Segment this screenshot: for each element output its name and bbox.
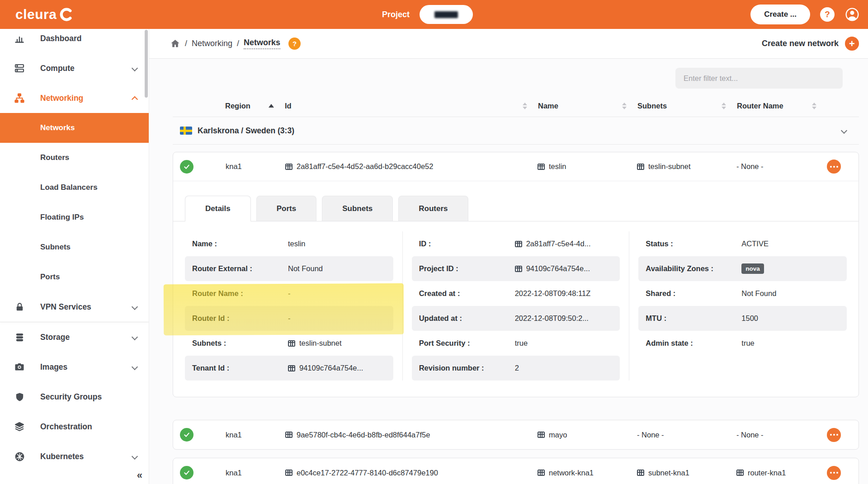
user-account-icon[interactable] bbox=[844, 7, 860, 22]
detail-row: MTU : 1500 bbox=[638, 306, 847, 331]
sidebar-item-kubernetes[interactable]: Kubernetes bbox=[0, 442, 149, 471]
az-badge: nova bbox=[741, 263, 764, 274]
breadcrumb-separator: / bbox=[185, 39, 187, 48]
plus-icon[interactable]: + bbox=[845, 37, 859, 51]
table-row[interactable]: kna1 e0c4ce17-2722-4777-8140-d6c87479e19… bbox=[173, 458, 859, 484]
sidebar-item-networks[interactable]: Networks bbox=[0, 113, 149, 143]
details-column-3: Status : ACTIVE Availability Zones : nov… bbox=[629, 231, 847, 381]
details-column-1: Name : teslin Router External : Not Foun… bbox=[185, 231, 402, 381]
filter-row bbox=[173, 68, 843, 89]
detail-value: 2a81aff7-c5e4-4d... bbox=[515, 240, 591, 248]
detail-row: Project ID : 94109c764a754e... bbox=[412, 256, 620, 281]
cell-router: router-kna1 bbox=[736, 469, 827, 477]
sidebar-item-routers[interactable]: Routers bbox=[0, 143, 149, 173]
table-row[interactable]: kna1 2a81aff7-c5e4-4d52-aa6d-b29cacc40e5… bbox=[173, 152, 859, 181]
sidebar-item-orchestration[interactable]: Orchestration bbox=[0, 412, 149, 442]
sidebar-item-floating-ips[interactable]: Floating IPs bbox=[0, 202, 149, 232]
table-icon bbox=[288, 340, 295, 347]
sidebar-item-load-balancers[interactable]: Load Balancers bbox=[0, 173, 149, 202]
sidebar-item-vpn-services[interactable]: VPN Services bbox=[0, 292, 149, 322]
cell-actions bbox=[827, 160, 859, 174]
breadcrumb-bar: / Networking / Networks ? Create new net… bbox=[149, 29, 868, 59]
cleura-logo[interactable]: cleura bbox=[15, 7, 73, 22]
sidebar-item-label: Networks bbox=[40, 123, 75, 132]
detail-row: Subnets : teslin-subnet bbox=[185, 331, 393, 356]
row-menu-icon[interactable] bbox=[827, 160, 841, 174]
column-header-region[interactable]: Region bbox=[225, 102, 285, 110]
sidebar: Dashboard Compute Networking bbox=[0, 29, 149, 484]
detail-value: true bbox=[515, 339, 528, 348]
column-header-router-name[interactable]: Router Name bbox=[737, 102, 827, 110]
detail-label: Revision number : bbox=[419, 364, 515, 372]
column-label: Id bbox=[285, 102, 292, 110]
layers-icon bbox=[14, 421, 25, 432]
detail-value: 2022-12-08T09:50:2... bbox=[515, 314, 589, 323]
column-header-name[interactable]: Name bbox=[538, 102, 637, 110]
tab-subnets[interactable]: Subnets bbox=[322, 196, 393, 221]
details-column-2: ID : 2a81aff7-c5e4-4d... Project ID : 94… bbox=[402, 231, 629, 381]
table-icon bbox=[515, 266, 522, 272]
sort-icon bbox=[523, 103, 527, 109]
chevron-down-icon[interactable] bbox=[842, 127, 846, 135]
table-icon bbox=[538, 164, 545, 170]
detail-value: Not Found bbox=[288, 264, 323, 273]
breadcrumb-networks[interactable]: Networks bbox=[244, 38, 280, 49]
detail-label: MTU : bbox=[646, 314, 741, 323]
cleura-logo-icon bbox=[59, 8, 73, 21]
breadcrumb: / Networking / Networks ? bbox=[170, 38, 301, 50]
tab-ports[interactable]: Ports bbox=[256, 196, 316, 221]
sidebar-scrollbar[interactable] bbox=[145, 30, 148, 98]
sidebar-item-security-groups[interactable]: Security Groups bbox=[0, 382, 149, 412]
cell-actions bbox=[827, 466, 859, 480]
project-selector[interactable] bbox=[420, 5, 473, 24]
row-menu-icon[interactable] bbox=[827, 428, 841, 442]
region-group-label: Karlskrona / Sweden (3:3) bbox=[198, 126, 294, 136]
app-shell: Dashboard Compute Networking bbox=[0, 29, 868, 484]
sidebar-item-ports[interactable]: Ports bbox=[0, 262, 149, 292]
help-icon[interactable]: ? bbox=[820, 7, 835, 22]
tab-routers[interactable]: Routers bbox=[398, 196, 468, 221]
sidebar-item-storage[interactable]: Storage bbox=[0, 322, 149, 352]
cell-name: teslin bbox=[538, 162, 637, 171]
detail-value: teslin bbox=[288, 240, 306, 248]
cell-subnets: subnet-kna1 bbox=[637, 469, 736, 477]
sidebar-item-dashboard[interactable]: Dashboard bbox=[0, 29, 149, 53]
page-help-icon[interactable]: ? bbox=[288, 38, 301, 50]
cleura-app: cleura Project Create ... ? bbox=[0, 0, 868, 484]
cell-subnets: teslin-subnet bbox=[637, 162, 736, 171]
detail-label: Subnets : bbox=[192, 339, 288, 348]
detail-value: 1500 bbox=[741, 314, 758, 323]
detail-value: ACTIVE bbox=[741, 240, 769, 248]
row-menu-icon[interactable] bbox=[827, 466, 841, 480]
detail-label: Updated at : bbox=[419, 314, 515, 323]
home-icon[interactable] bbox=[170, 38, 180, 49]
filter-input[interactable] bbox=[675, 68, 843, 89]
cell-actions bbox=[827, 428, 859, 442]
details-panel: Name : teslin Router External : Not Foun… bbox=[173, 221, 859, 397]
table-header: Region Id Name Subnets bbox=[173, 95, 859, 117]
create-button[interactable]: Create ... bbox=[750, 5, 810, 24]
column-header-id[interactable]: Id bbox=[285, 102, 538, 110]
sidebar-collapse-button[interactable]: « bbox=[137, 470, 142, 481]
sidebar-item-compute[interactable]: Compute bbox=[0, 53, 149, 83]
sidebar-item-label: Subnets bbox=[40, 243, 71, 252]
table-icon bbox=[288, 365, 295, 371]
create-new-network-button[interactable]: Create new network bbox=[762, 39, 839, 48]
sidebar-item-images[interactable]: Images bbox=[0, 352, 149, 382]
dashboard-icon bbox=[14, 33, 25, 44]
breadcrumb-networking[interactable]: Networking bbox=[192, 39, 232, 48]
sidebar-item-label: Images bbox=[40, 362, 67, 372]
detail-label: Port Security : bbox=[419, 339, 515, 348]
sidebar-item-label: VPN Services bbox=[40, 302, 91, 312]
region-group-row[interactable]: Karlskrona / Sweden (3:3) bbox=[173, 117, 859, 145]
chevron-down-icon bbox=[132, 66, 137, 70]
sidebar-item-subnets[interactable]: Subnets bbox=[0, 232, 149, 262]
topbar: cleura Project Create ... ? bbox=[0, 0, 868, 29]
sidebar-item-networking[interactable]: Networking bbox=[0, 83, 149, 113]
tab-details[interactable]: Details bbox=[185, 196, 251, 221]
column-header-subnets[interactable]: Subnets bbox=[637, 102, 737, 110]
table-row[interactable]: kna1 9ae5780f-cb4c-4e6d-b8fb-ed8f644a7f5… bbox=[173, 420, 859, 449]
cell-region: kna1 bbox=[226, 469, 285, 477]
detail-label: ID : bbox=[419, 240, 515, 248]
kubernetes-icon bbox=[14, 451, 25, 462]
